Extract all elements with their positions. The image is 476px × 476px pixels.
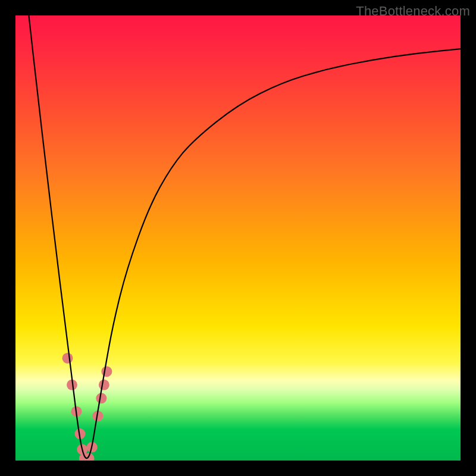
bottleneck-curve [29, 15, 461, 458]
marker-dot [96, 393, 107, 403]
plot-area [15, 15, 461, 461]
chart-frame: TheBottleneck.com [0, 0, 476, 476]
marker-dot [101, 366, 112, 377]
watermark-text: TheBottleneck.com [356, 4, 470, 19]
marker-dot [62, 353, 73, 364]
chart-svg [15, 15, 461, 461]
marker-dot [99, 380, 109, 390]
